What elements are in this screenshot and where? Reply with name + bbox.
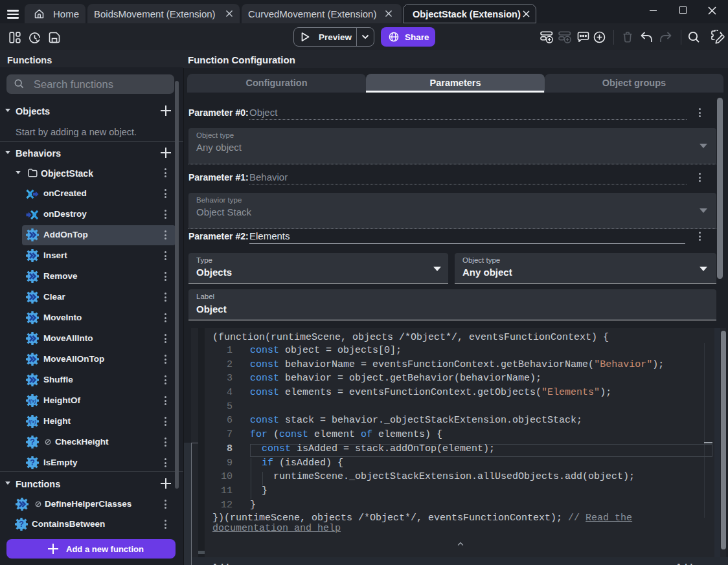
svg-text:?: ? — [19, 520, 24, 529]
svg-text:f(x): f(x) — [28, 398, 36, 404]
svg-text:f(x): f(x) — [28, 419, 36, 425]
svg-text:?: ? — [30, 438, 35, 447]
svg-text:?: ? — [30, 458, 35, 467]
